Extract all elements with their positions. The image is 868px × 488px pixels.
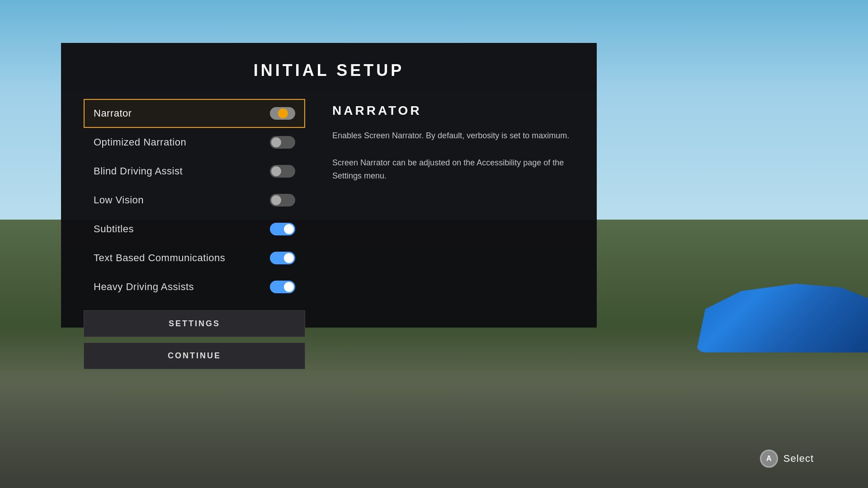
- hud-select: A Select: [760, 450, 814, 468]
- setting-heavy-driving-assists[interactable]: Heavy Driving Assists: [84, 272, 305, 301]
- setting-heavy-driving-assists-toggle[interactable]: [270, 281, 295, 293]
- controller-a-button: A: [760, 450, 778, 468]
- setting-text-based-communications-toggle[interactable]: [270, 252, 295, 264]
- toggle-knob: [284, 224, 294, 234]
- settings-button[interactable]: SETTINGS: [84, 310, 305, 337]
- setting-low-vision-toggle[interactable]: [270, 194, 295, 206]
- setting-text-based-communications[interactable]: Text Based Communications: [84, 244, 305, 272]
- setting-blind-driving-assist[interactable]: Blind Driving Assist: [84, 157, 305, 186]
- setting-subtitles-toggle[interactable]: [270, 223, 295, 235]
- car-shape: [696, 280, 868, 352]
- setting-blind-driving-assist-label: Blind Driving Assist: [94, 165, 183, 177]
- setting-text-based-communications-label: Text Based Communications: [94, 252, 225, 264]
- continue-button[interactable]: CONTINUE: [84, 343, 305, 369]
- toggle-knob: [278, 108, 288, 118]
- setting-optimized-narration-label: Optimized Narration: [94, 136, 186, 148]
- setting-optimized-narration-toggle[interactable]: [270, 136, 295, 149]
- toggle-knob: [271, 195, 281, 205]
- setting-heavy-driving-assists-label: Heavy Driving Assists: [94, 281, 194, 293]
- setting-subtitles-label: Subtitles: [94, 223, 134, 235]
- setting-blind-driving-assist-toggle[interactable]: [270, 165, 295, 178]
- setting-low-vision-label: Low Vision: [94, 194, 144, 206]
- left-column: Narrator Optimized Narration Blind Drivi…: [84, 99, 305, 369]
- toggle-knob: [271, 166, 281, 176]
- setting-narrator-toggle[interactable]: [270, 107, 295, 120]
- info-text-1: Enables Screen Narrator. By default, ver…: [332, 129, 574, 143]
- dialog-panel: INITIAL SETUP Narrator Optimized Narrati…: [61, 43, 597, 328]
- info-panel: NARRATOR Enables Screen Narrator. By def…: [332, 99, 574, 369]
- car-body: [687, 262, 868, 352]
- car-decoration: [660, 226, 868, 361]
- setting-low-vision[interactable]: Low Vision: [84, 186, 305, 215]
- setting-subtitles[interactable]: Subtitles: [84, 215, 305, 244]
- hud-select-label: Select: [783, 453, 814, 465]
- info-title: NARRATOR: [332, 103, 574, 118]
- panel-content: Narrator Optimized Narration Blind Drivi…: [61, 99, 597, 369]
- buttons-section: SETTINGS CONTINUE: [84, 310, 305, 369]
- toggle-knob: [284, 253, 294, 263]
- toggle-knob: [271, 137, 281, 147]
- setting-narrator[interactable]: Narrator: [84, 99, 305, 128]
- settings-list: Narrator Optimized Narration Blind Drivi…: [84, 99, 305, 301]
- setting-optimized-narration[interactable]: Optimized Narration: [84, 128, 305, 157]
- info-text-2: Screen Narrator can be adjusted on the A…: [332, 156, 574, 183]
- setting-narrator-label: Narrator: [94, 108, 132, 119]
- page-title: INITIAL SETUP: [254, 61, 404, 80]
- toggle-knob: [284, 282, 294, 292]
